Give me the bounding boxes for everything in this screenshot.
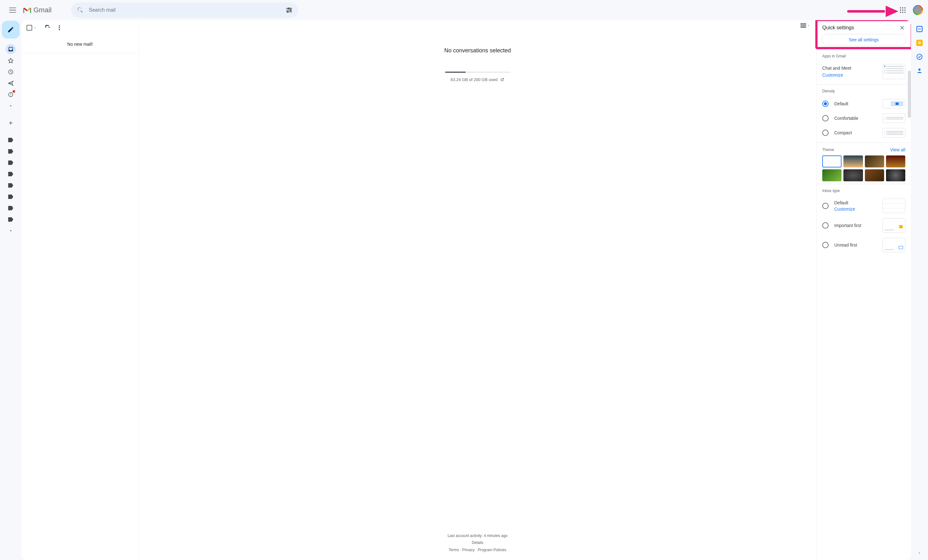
svg-point-16 [59,27,60,28]
badge-dot [13,90,15,93]
svg-point-8 [902,9,904,11]
theme-thumb-6[interactable] [843,169,863,181]
storage-text[interactable]: 63.24 GB of 200 GB used [451,77,505,82]
no-conversations-text: No conversations selected [444,47,511,54]
density-compact-option[interactable]: Compact [822,125,905,140]
side-panel-expand[interactable] [918,551,921,555]
calendar-app-icon[interactable]: 31 [916,26,923,32]
nav-label-5[interactable] [6,180,16,190]
inbox-customize-link[interactable]: Customize [834,207,855,212]
nav-label-4[interactable] [6,169,16,179]
refresh-button[interactable] [45,25,50,30]
svg-point-9 [904,9,905,11]
nav-snoozed[interactable] [6,67,16,77]
theme-thumb-4[interactable] [886,155,905,167]
inbox-default-option[interactable]: Default Customize [822,196,905,216]
contacts-app-icon[interactable] [916,67,923,74]
nav-create-label[interactable] [6,118,16,128]
nav-label-3[interactable] [6,158,16,168]
quick-settings-title: Quick settings [822,25,854,30]
inbox-type-label: Inbox type [822,189,905,193]
details-link[interactable]: Details [472,540,484,545]
chat-and-meet-label: Chat and Meet [822,65,851,71]
content-row: No new mail! No conversations selected 6… [0,20,928,560]
inbox-important-preview [882,218,905,233]
threadlist-panel: No new mail! [21,20,139,560]
density-default-preview [882,99,905,108]
svg-rect-21 [800,27,806,28]
density-comfortable-option[interactable]: Comfortable [822,111,905,125]
nav-label-1[interactable] [6,135,16,145]
svg-point-4 [900,7,901,9]
nav-label-7[interactable] [6,203,16,213]
svg-point-12 [904,12,905,13]
search-options-icon[interactable] [285,7,293,14]
threadlist-toolbar [21,20,139,35]
svg-point-23 [919,68,921,71]
svg-point-11 [902,12,904,13]
footer: Last account activity: 4 minutes ago Det… [447,532,508,554]
terms-link[interactable]: Terms [449,548,459,552]
compose-button[interactable] [2,21,20,38]
open-external-icon [500,78,504,82]
theme-label: Theme [822,148,834,152]
apps-in-gmail-label: Apps in Gmail [822,54,905,58]
close-button[interactable] [899,24,905,31]
theme-thumb-8[interactable] [886,169,905,181]
nav-labels-more[interactable] [6,226,16,236]
inbox-unread-option[interactable]: Unread first [822,235,905,255]
nav-sent[interactable] [6,78,16,88]
keep-app-icon[interactable] [916,40,923,46]
activity-text: Last account activity: 4 minutes ago [447,532,508,540]
privacy-link[interactable]: Privacy [462,548,475,552]
theme-thumb-default[interactable] [822,155,841,167]
svg-point-15 [59,25,60,26]
svg-point-10 [900,12,901,13]
header: Gmail [0,0,928,20]
split-pane-button[interactable] [800,23,810,28]
nav-inbox[interactable] [6,44,16,54]
svg-point-6 [904,7,905,9]
theme-view-all[interactable]: View all [890,147,905,152]
nav-spam[interactable] [6,90,16,100]
nav-more[interactable] [6,101,16,111]
customize-chat-link[interactable]: Customize [822,73,851,78]
gmail-logo[interactable]: Gmail [23,6,52,14]
nav-label-2[interactable] [6,146,16,157]
theme-thumb-2[interactable] [843,155,863,167]
inbox-unread-preview [882,238,905,252]
inbox-default-preview [882,199,905,213]
nav-label-8[interactable] [6,215,16,225]
see-all-settings-button[interactable]: See all settings [822,34,906,46]
tasks-app-icon[interactable] [916,53,923,60]
gmail-m-icon [23,7,32,14]
svg-point-5 [902,7,904,9]
theme-thumb-7[interactable] [865,169,884,181]
account-avatar[interactable] [913,5,923,15]
settings-button[interactable] [881,4,894,17]
density-label: Density [822,89,905,93]
quick-settings-panel: Quick settings See all settings Apps in … [816,20,911,560]
svg-point-17 [59,29,60,30]
search-box[interactable] [71,3,298,18]
google-apps-button[interactable] [896,4,909,17]
select-all[interactable] [26,25,37,30]
theme-thumb-5[interactable] [822,169,841,181]
density-default-option[interactable]: Default [822,96,905,111]
theme-thumb-3[interactable] [865,155,884,167]
policies-link[interactable]: Program Policies [478,548,507,552]
empty-threadlist: No new mail! [21,35,139,53]
qs-scrollbar[interactable] [908,71,911,118]
svg-rect-18 [800,23,806,24]
product-name: Gmail [34,6,52,14]
search-icon [77,7,84,14]
more-button[interactable] [59,25,60,30]
main-menu-button[interactable] [5,3,20,18]
inbox-important-option[interactable]: Important first [822,216,905,235]
storage-bar [445,72,510,73]
search-input[interactable] [89,7,281,13]
nav-starred[interactable] [6,55,16,65]
nav-label-6[interactable] [6,192,16,202]
density-compact-preview [882,128,905,137]
theme-grid [822,155,905,181]
